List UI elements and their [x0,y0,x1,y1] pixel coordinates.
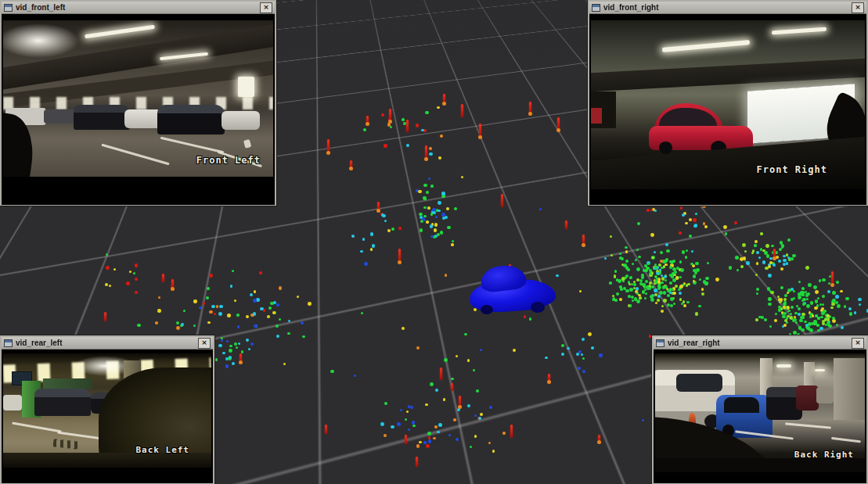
lidar-point [663,291,666,294]
parked-car [3,395,22,411]
radar-streak [459,396,461,407]
lidar-point [679,298,682,300]
radar-streak [350,160,352,169]
lidar-point [253,299,257,303]
lidar-point [391,425,394,429]
lidar-point [812,314,814,317]
lidar-point [193,299,197,303]
lidar-point [234,299,236,302]
ceiling-light [3,23,79,58]
lidar-point [827,290,830,293]
lidar-point [135,264,139,267]
lidar-point [647,263,650,265]
lidar-point [591,346,594,350]
lidar-point [420,228,423,232]
lidar-point [817,329,820,332]
lidar-point [452,240,455,243]
lidar-point [823,310,826,312]
lidar-point [250,342,254,346]
lidar-point [236,314,239,316]
lidar-point [781,244,785,248]
lidar-point [218,344,222,348]
lidar-point [636,249,639,251]
close-icon[interactable]: × [852,338,864,349]
lidar-point [625,289,628,292]
lidar-point [207,321,211,324]
lidar-point [769,325,772,328]
lidar-point [849,312,852,315]
window-titlebar[interactable]: vid_rear_right × [654,337,866,350]
ego-vehicle-wheel [481,305,493,314]
lidar-point [819,303,822,306]
lidar-point [410,406,414,410]
lidar-point [380,422,384,426]
lidar-point [609,281,612,285]
lidar-point [364,262,368,266]
lidar-point [783,263,786,266]
lidar-point [625,276,628,279]
lidar-point [683,282,686,285]
camera-window-front-right: vid_front_right × Front [588,0,868,206]
lidar-point [440,231,443,234]
lidar-point [614,270,618,273]
window-title: vid_rear_right [668,339,848,347]
lidar-point [254,324,257,328]
lidar-point [126,281,130,285]
lidar-point [795,321,798,324]
lidar-point [582,370,585,373]
close-icon[interactable]: × [198,338,211,349]
lidar-point [798,307,801,310]
lidar-point [783,324,787,327]
lidar-point [387,123,391,126]
lidar-point [429,147,432,150]
camera-window-rear-right: vid_rear_right × [652,335,868,484]
lidar-point [665,243,668,246]
lidar-point [836,324,838,326]
lidar-point [354,375,357,378]
lidar-point [467,404,470,407]
lidar-point [209,310,212,314]
lidar-point [461,176,463,178]
lidar-point [756,292,758,295]
lidar-point [302,335,305,339]
lidar-point [805,266,809,270]
lidar-point [241,350,244,353]
lidar-point [737,269,739,271]
lidar-point [693,224,697,228]
lidar-point [691,250,693,253]
close-icon[interactable]: × [260,2,272,13]
lidar-point [621,257,625,261]
lidar-point [372,244,376,248]
lidar-point [454,207,458,211]
radar-streak [398,249,401,263]
lidar-point [254,290,257,293]
lidar-point [754,244,756,246]
window-titlebar[interactable]: vid_rear_left × [2,337,213,350]
lidar-point [578,367,581,370]
lidar-point [631,283,633,285]
lidar-point [268,307,272,310]
lidar-point [434,223,438,227]
lidar-point [661,281,664,285]
lidar-point [663,299,667,303]
lidar-point [632,263,635,266]
lidar-point [801,328,805,332]
radar-streak [327,139,330,153]
lidar-point [604,257,607,260]
lidar-point [764,318,767,321]
window-icon [4,4,13,12]
close-icon[interactable]: × [852,2,864,13]
lidar-point [813,285,817,289]
lidar-point [644,289,647,292]
lidar-point [664,275,667,278]
lidar-point [704,281,708,285]
lidar-point [755,240,758,243]
lidar-point [699,278,701,281]
radar-streak [405,435,407,444]
lidar-point [665,258,668,261]
window-titlebar[interactable]: vid_front_left × [2,2,275,14]
lidar-point [783,255,786,258]
radar-streak [325,425,327,434]
lidar-point [456,438,459,441]
window-titlebar[interactable]: vid_front_right × [589,2,866,14]
